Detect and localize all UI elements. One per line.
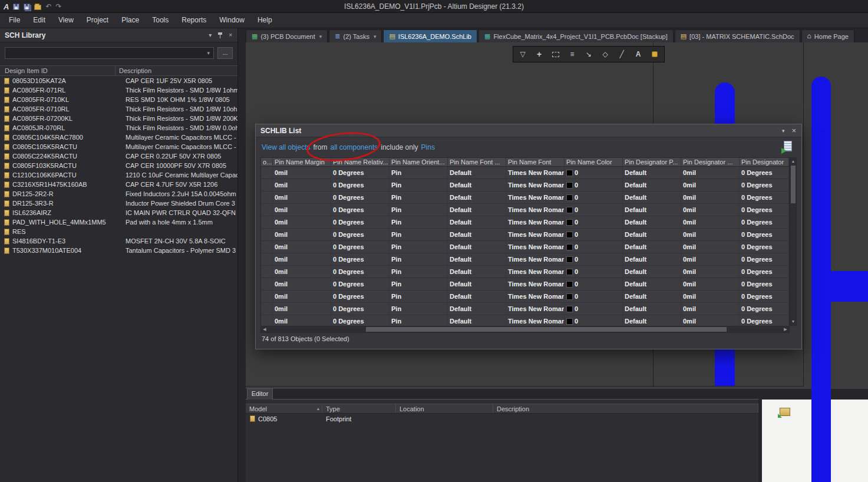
pin-list-row[interactable]: 0mil0 DegreesPinDefaultTimes New Roman,0… bbox=[261, 192, 789, 204]
editor-column-location[interactable]: Location bbox=[396, 404, 493, 413]
schematic-blue-arm[interactable] bbox=[831, 271, 868, 302]
horizontal-scrollbar[interactable]: ◀ ▶ bbox=[260, 326, 790, 333]
library-row[interactable]: DR125-2R2-RFixed Inductors 2.2uH 15A 0.0… bbox=[0, 189, 237, 199]
filter-link-pins[interactable]: Pins bbox=[421, 143, 435, 151]
scrollbar-thumb[interactable] bbox=[366, 327, 727, 332]
editor-column-description[interactable]: Description bbox=[493, 404, 758, 413]
tab-2-tasks[interactable]: ≣(2) Tasks▾ bbox=[329, 29, 382, 42]
dialog-column-pin-name-relativ[interactable]: Pin Name Relativ... bbox=[331, 158, 390, 166]
undo-icon[interactable]: ↶ bbox=[45, 3, 51, 10]
column-description[interactable]: Description bbox=[115, 66, 237, 75]
dialog-column-pin-designator[interactable]: Pin Designator ... bbox=[681, 158, 740, 166]
library-row[interactable]: C0805F103K5RACTUCAP CER 10000PF 50V X7R … bbox=[0, 161, 237, 170]
tab-isl6236a-demo-schlib[interactable]: ▤ISL6236A_DEMO.SchLib bbox=[383, 29, 477, 42]
menu-help[interactable]: Help bbox=[251, 13, 279, 28]
menu-view[interactable]: View bbox=[52, 13, 80, 28]
library-row[interactable]: ISL6236AIRZIC MAIN PWR CTRLR QUAD 32-QFN bbox=[0, 208, 237, 217]
library-row[interactable]: C0805C224K5RACTUCAP CER 0.22UF 50V X7R 0… bbox=[0, 151, 237, 161]
polygon-button[interactable] bbox=[598, 47, 613, 61]
pin-list-row[interactable]: 0mil0 DegreesPinDefaultTimes New Roman,0… bbox=[261, 266, 789, 278]
library-row[interactable]: PAD_WITH_HOLE_4MMx1MM5Pad with a hole 4m… bbox=[0, 217, 237, 227]
vertical-scrollbar[interactable]: ▲ ▼ bbox=[790, 157, 797, 326]
align-button[interactable] bbox=[565, 47, 580, 61]
pin-list-row[interactable]: 0mil0 DegreesPinDefaultTimes New Roman,0… bbox=[261, 179, 789, 192]
scroll-up-icon[interactable]: ▲ bbox=[790, 158, 796, 165]
line-button[interactable] bbox=[614, 47, 629, 61]
dialog-column-pin-name-orient[interactable]: Pin Name Orient... bbox=[390, 158, 448, 166]
editor-column-model[interactable]: Model▴ bbox=[246, 404, 322, 413]
tab-03-matrix-schematic-schdoc[interactable]: ▤[03] - MATRIX SCHEMATIC.SchDoc bbox=[675, 29, 800, 42]
tab-3-pcb-document[interactable]: ▦(3) PCB Document▾ bbox=[246, 29, 328, 42]
pin-list-row[interactable]: 0mil0 DegreesPinDefaultTimes New Roman,0… bbox=[261, 290, 789, 303]
plus-button[interactable] bbox=[532, 47, 547, 61]
library-row[interactable]: C0805C104K5RAC7800Multilayer Ceramic Cap… bbox=[0, 133, 237, 142]
pin-list-row[interactable]: 0mil0 DegreesPinDefaultTimes New Roman,0… bbox=[261, 241, 789, 253]
editor-column-type[interactable]: Type bbox=[322, 404, 396, 413]
scroll-left-icon[interactable]: ◀ bbox=[261, 326, 268, 332]
filter-link-view-all-objects[interactable]: View all objects bbox=[262, 143, 311, 151]
menu-file[interactable]: File bbox=[2, 13, 27, 28]
scrollbar-thumb[interactable] bbox=[791, 166, 796, 203]
chevron-down-icon[interactable]: ▾ bbox=[374, 34, 377, 39]
panel-menu-icon[interactable]: ▾ bbox=[782, 128, 785, 134]
pin-list-row[interactable]: 0mil0 DegreesPinDefaultTimes New Roman,0… bbox=[261, 315, 789, 326]
dialog-column-pin-designator[interactable]: Pin Designator bbox=[740, 158, 789, 166]
panel-menu-icon[interactable]: ▾ bbox=[209, 32, 212, 38]
open-icon[interactable] bbox=[34, 5, 41, 10]
library-row[interactable]: AC0805JR-070RLThick Film Resistors - SMD… bbox=[0, 123, 237, 133]
redo-icon[interactable]: ↷ bbox=[55, 3, 61, 10]
library-row[interactable]: C3216X5R1H475K160ABCAP CER 4.7UF 50V X5R… bbox=[0, 180, 237, 189]
library-row[interactable]: RES bbox=[0, 227, 237, 236]
library-row[interactable]: AC0805FR-071RLThick Film Resistors - SMD… bbox=[0, 85, 237, 95]
library-row[interactable]: 08053D105KAT2ACAP CER 1UF 25V X5R 0805 bbox=[0, 76, 237, 85]
selection-rect-button[interactable] bbox=[548, 47, 563, 61]
library-row[interactable]: DR125-3R3-RInductor Power Shielded Drum … bbox=[0, 199, 237, 208]
dialog-column-pin-name-margin[interactable]: Pin Name Margin bbox=[273, 158, 331, 166]
close-icon[interactable]: × bbox=[229, 32, 232, 38]
dialog-header[interactable]: SCHLIB List ▾ × bbox=[256, 124, 801, 137]
snap-button[interactable] bbox=[581, 47, 596, 61]
scroll-down-icon[interactable]: ▼ bbox=[790, 318, 796, 325]
schematic-blue-bar-right[interactable] bbox=[811, 77, 831, 482]
editor-row[interactable]: C0805Footprint bbox=[246, 414, 758, 424]
pin-list-row[interactable]: 0mil0 DegreesPinDefaultTimes New Roman,0… bbox=[261, 167, 789, 179]
chevron-down-icon[interactable]: ▾ bbox=[207, 50, 213, 56]
altium-logo-icon[interactable]: A bbox=[4, 2, 9, 11]
library-filter-combobox[interactable]: ▾ bbox=[5, 47, 214, 59]
save-icon[interactable] bbox=[13, 4, 19, 10]
pad-button[interactable] bbox=[647, 47, 662, 61]
column-design-item-id[interactable]: Design Item ID bbox=[0, 66, 115, 75]
scroll-right-icon[interactable]: ▶ bbox=[782, 326, 789, 332]
menu-project[interactable]: Project bbox=[80, 13, 115, 28]
menu-edit[interactable]: Edit bbox=[27, 13, 52, 28]
library-row[interactable]: T530X337M010ATE004Tantalum Capacitors - … bbox=[0, 246, 237, 255]
menu-reports[interactable]: Reports bbox=[175, 13, 213, 28]
tab-editor[interactable]: Editor bbox=[247, 388, 273, 400]
chevron-down-icon[interactable]: ▾ bbox=[319, 34, 322, 39]
more-button[interactable]: ... bbox=[217, 47, 233, 59]
library-row[interactable]: AC0805FR-0710KLRES SMD 10K OHM 1% 1/8W 0… bbox=[0, 95, 237, 104]
library-row[interactable]: C1210C106K6PACTU1210 C 10uF Ceramic Mult… bbox=[0, 170, 237, 180]
pin-list-row[interactable]: 0mil0 DegreesPinDefaultTimes New Roman,0… bbox=[261, 216, 789, 229]
dialog-column-pin-name-font[interactable]: Pin Name Font bbox=[506, 158, 565, 166]
filter-link-all-components[interactable]: all components bbox=[331, 143, 378, 151]
save-all-icon[interactable] bbox=[24, 4, 30, 10]
library-row[interactable]: AC0805FR-07200KLThick Film Resistors - S… bbox=[0, 114, 237, 123]
dialog-column-pin-name-color[interactable]: Pin Name Color bbox=[565, 158, 623, 166]
menu-window[interactable]: Window bbox=[213, 13, 251, 28]
tab-home-page[interactable]: ⌂Home Page bbox=[801, 29, 854, 42]
menu-tools[interactable]: Tools bbox=[146, 13, 175, 28]
filter-button[interactable] bbox=[515, 47, 530, 61]
library-row[interactable]: AC0805FR-0710RLThick Film Resistors - SM… bbox=[0, 104, 237, 114]
tab-flexcube-matrix-4x4-project-v1i1-pcb-pcbdoc-stackup[interactable]: ▦FlexCube_Matrix_4x4_Project_V1I1_PCB.Pc… bbox=[478, 29, 674, 42]
pin-list-row[interactable]: 0mil0 DegreesPinDefaultTimes New Roman,0… bbox=[261, 253, 789, 266]
pin-list-row[interactable]: 0mil0 DegreesPinDefaultTimes New Roman,0… bbox=[261, 303, 789, 315]
library-row[interactable]: C0805C105K5RACTUMultilayer Ceramic Capac… bbox=[0, 142, 237, 151]
pin-list-row[interactable]: 0mil0 DegreesPinDefaultTimes New Roman,0… bbox=[261, 229, 789, 241]
close-icon[interactable]: × bbox=[791, 127, 796, 134]
text-button[interactable] bbox=[631, 47, 646, 61]
report-icon[interactable] bbox=[781, 141, 794, 154]
dialog-column-o[interactable]: o... bbox=[261, 158, 273, 166]
pin-icon[interactable] bbox=[217, 32, 223, 38]
pin-list-row[interactable]: 0mil0 DegreesPinDefaultTimes New Roman,0… bbox=[261, 204, 789, 216]
